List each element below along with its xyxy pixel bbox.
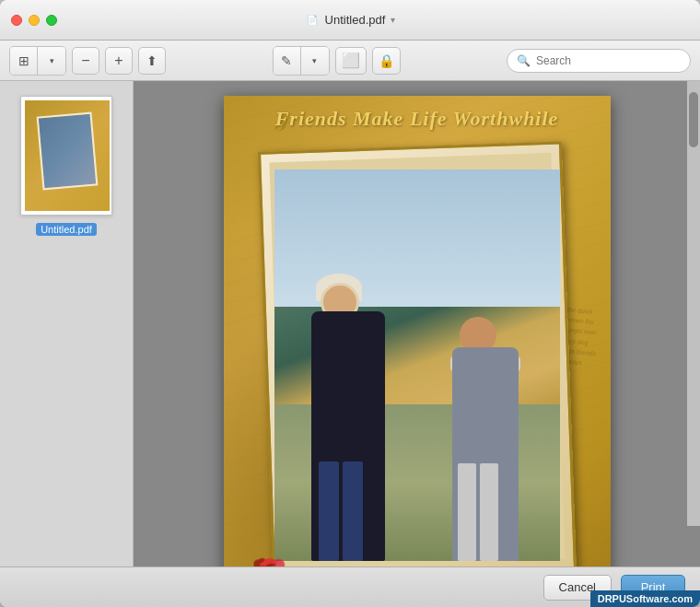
pen-chevron-icon: ▾	[312, 56, 317, 65]
zoom-in-icon: +	[114, 53, 122, 69]
sidebar: Untitled.pdf	[0, 81, 134, 566]
page-thumbnail[interactable]	[20, 96, 112, 216]
app-window: 📄 Untitled.pdf ▾ ⊞ ▾ − + ⬆ ✎	[0, 0, 700, 607]
rose-decoration: 🌹	[240, 561, 298, 566]
zoom-out-button[interactable]: −	[72, 47, 99, 75]
document-area[interactable]: Friends Make Life Worthwhile 𝒮	[134, 81, 700, 566]
pen-tool-button[interactable]: ✎	[274, 47, 301, 75]
zoom-in-button[interactable]: +	[105, 47, 133, 75]
person2	[445, 256, 537, 562]
sidebar-toggle-button[interactable]: ⊞	[10, 47, 38, 75]
lock-button[interactable]: 🔒	[372, 47, 401, 75]
main-content: Untitled.pdf Friends Make Life Worthwhil…	[0, 81, 700, 566]
scrollbar-thumb[interactable]	[689, 92, 698, 147]
pdf-file-icon: 📄	[305, 13, 320, 28]
person1	[302, 228, 403, 561]
p1-right-leg	[343, 461, 363, 561]
p2-left-leg	[458, 463, 476, 561]
zoom-out-icon: −	[81, 53, 89, 69]
maximize-button[interactable]	[46, 15, 57, 26]
lock-icon: 🔒	[379, 53, 394, 68]
pen-tool-group: ✎ ▾	[273, 46, 330, 76]
p2-right-leg	[480, 463, 498, 561]
drpu-watermark: DRPUSoftware.com	[590, 590, 700, 607]
view-toggle-group: ⊞ ▾	[9, 46, 66, 76]
view-chevron-icon: ▾	[50, 56, 54, 65]
title-chevron-icon[interactable]: ▾	[391, 15, 395, 25]
close-button[interactable]	[11, 15, 22, 26]
titlebar-center: 📄 Untitled.pdf ▾	[305, 13, 396, 28]
pen-icon: ✎	[281, 53, 292, 68]
pen-chevron-button[interactable]: ▾	[301, 47, 329, 75]
traffic-lights	[11, 15, 57, 26]
thumbnail-filename: Untitled.pdf	[36, 223, 97, 236]
pdf-page: Friends Make Life Worthwhile 𝒮	[224, 96, 611, 566]
thumbnail-preview	[25, 100, 110, 211]
share-icon: ⬆	[146, 53, 158, 68]
vertical-scrollbar[interactable]	[687, 81, 700, 526]
titlebar: 📄 Untitled.pdf ▾	[0, 0, 700, 41]
minimize-button[interactable]	[29, 15, 40, 26]
window-title: Untitled.pdf	[325, 13, 386, 27]
photo-content	[274, 169, 560, 561]
sidebar-toggle-icon: ⊞	[18, 53, 29, 68]
search-box[interactable]: 🔍	[507, 49, 691, 73]
view-chevron-button[interactable]: ▾	[38, 47, 65, 75]
scrapbook-title: Friends Make Life Worthwhile	[224, 107, 611, 131]
toolbar: ⊞ ▾ − + ⬆ ✎ ▾ ⬜ 🔒	[0, 41, 700, 81]
main-photo	[274, 169, 560, 561]
thumbnail-photo	[37, 112, 99, 191]
share-button[interactable]: ⬆	[138, 47, 166, 75]
bottom-bar: Cancel Print DRPUSoftware.com	[0, 566, 700, 607]
thumbnail-image	[25, 100, 110, 211]
search-input[interactable]	[536, 54, 681, 67]
search-icon: 🔍	[517, 54, 531, 67]
stamp-icon: ⬜	[342, 52, 360, 69]
p1-left-leg	[319, 461, 339, 561]
stamp-button[interactable]: ⬜	[335, 47, 367, 75]
